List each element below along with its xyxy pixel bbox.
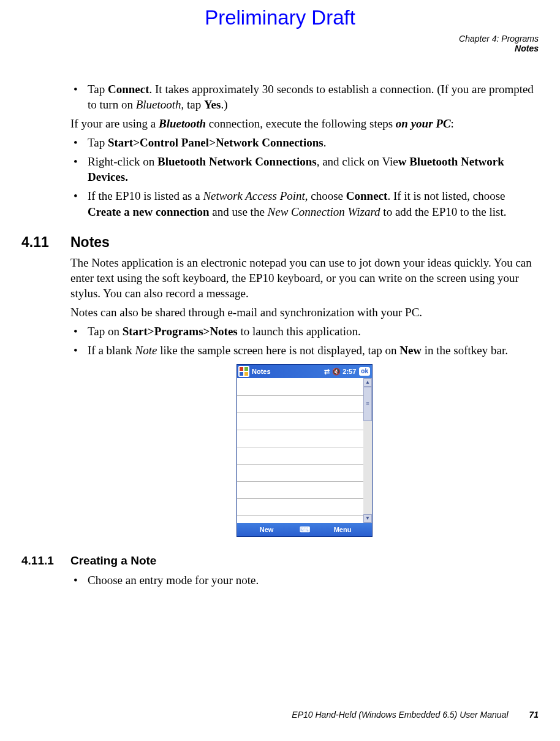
title-bar: Notes ⇄ 🔇 2:57 ok: [237, 365, 372, 378]
list-item: Tap Connect. It takes approximately 30 s…: [70, 82, 539, 112]
section-heading-4-11-1: 4.11.1Creating a Note: [21, 553, 539, 568]
volume-icon[interactable]: 🔇: [331, 367, 341, 376]
keyboard-icon[interactable]: ⌨: [296, 525, 313, 535]
paragraph: Notes can also be shared through e-mail …: [70, 305, 539, 320]
app-title: Notes: [252, 367, 271, 376]
chapter-title: Chapter 4: Programs: [459, 34, 539, 44]
ok-button[interactable]: ok: [359, 367, 370, 376]
notes-app-window: Notes ⇄ 🔇 2:57 ok: [236, 364, 373, 537]
softkey-new[interactable]: New: [237, 525, 296, 534]
preliminary-draft-watermark: Preliminary Draft: [21, 6, 539, 29]
list-item: If a blank Note like the sample screen h…: [70, 343, 539, 358]
paragraph: If your are using a Bluetooth connection…: [70, 116, 539, 131]
section-heading-4-11: 4.11Notes: [21, 233, 539, 251]
note-canvas[interactable]: [237, 378, 363, 523]
scrollbar[interactable]: ▲ ▼: [363, 378, 372, 523]
page-number: 71: [529, 710, 539, 720]
scroll-down-button[interactable]: ▼: [363, 514, 372, 523]
page-content: Tap Connect. It takes approximately 30 s…: [70, 82, 539, 588]
list-item: If the EP10 is listed as a Network Acces…: [70, 188, 539, 219]
page-footer: EP10 Hand-Held (Windows Embedded 6.5) Us…: [21, 710, 539, 720]
start-icon[interactable]: [238, 366, 249, 377]
list-item: Tap Start>Control Panel>Network Connecti…: [70, 135, 539, 150]
softkey-menu[interactable]: Menu: [313, 525, 372, 534]
list-item: Tap on Start>Programs>Notes to launch th…: [70, 324, 539, 339]
clock: 2:57: [342, 367, 356, 376]
chapter-header: Chapter 4: Programs Notes: [459, 34, 539, 53]
device-screenshot: Notes ⇄ 🔇 2:57 ok: [70, 364, 539, 537]
scroll-up-button[interactable]: ▲: [363, 378, 372, 387]
softkey-bar: New ⌨ Menu: [237, 523, 372, 536]
list-item: Right-click on Bluetooth Network Connect…: [70, 154, 539, 184]
section-title-header: Notes: [459, 44, 539, 53]
scroll-thumb[interactable]: [363, 387, 372, 421]
connectivity-icon[interactable]: ⇄: [322, 367, 331, 376]
document-title: EP10 Hand-Held (Windows Embedded 6.5) Us…: [292, 710, 508, 720]
list-item: Choose an entry mode for your note.: [70, 572, 539, 588]
paragraph: The Notes application is an electronic n…: [70, 255, 539, 301]
scroll-track[interactable]: [363, 421, 372, 514]
